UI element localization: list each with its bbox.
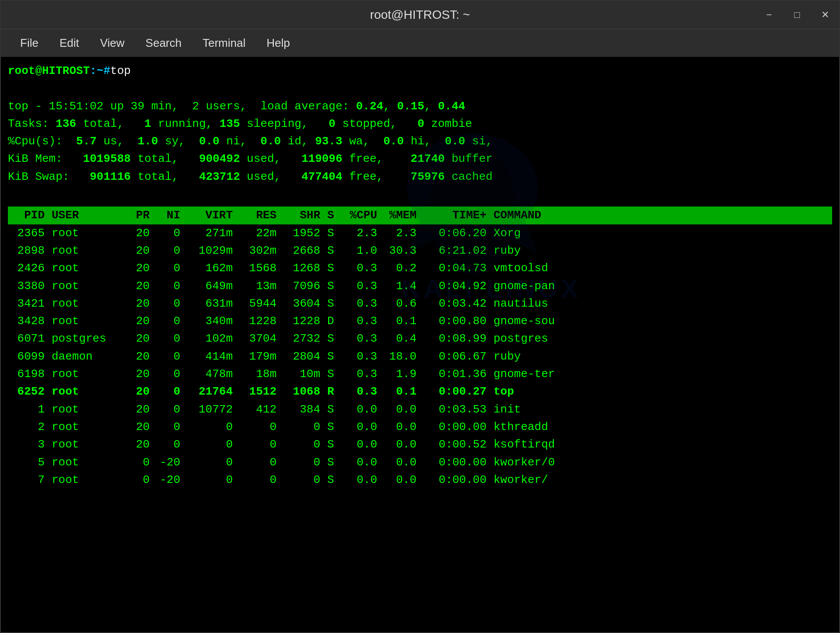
cell-mem: 0.0 [384,471,424,489]
menu-terminal[interactable]: Terminal [192,33,256,53]
cell-cpu: 0.0 [345,401,384,418]
cell-cpu: 0.3 [345,365,384,383]
cell-s: S [327,330,345,347]
cell-cpu: 0.3 [345,295,384,312]
cell-cpu: 0.0 [345,454,384,471]
minimize-button[interactable]: − [755,1,783,29]
cell-res: 1512 [240,383,284,400]
cell-user: root [52,436,126,453]
cell-res: 0 [240,418,284,436]
cell-mem: 0.0 [384,401,424,418]
cell-cpu: 2.3 [345,224,384,242]
cell-pr: 0 [126,471,157,489]
table-row: 7 root 0 -20 0 0 0 S 0.0 0.0 0:00.00 kwo… [8,471,832,489]
cell-ni: 0 [157,277,187,295]
cell-time: 0:00.80 [424,312,494,330]
cell-shr: 384 [284,401,327,418]
cell-time: 0:00.52 [424,436,494,453]
cell-user: root [52,242,126,259]
cell-ni: 0 [157,436,187,453]
maximize-button[interactable]: □ [783,1,811,29]
cell-virt: 0 [187,418,240,436]
col-header-mem: %MEM [384,206,424,224]
terminal-body[interactable]: KALI LINUX root@HITROST:~# top top - 15:… [1,57,839,632]
cell-cmd: kthreadd [494,418,832,436]
cell-user: root [52,224,126,242]
cell-mem: 0.0 [384,454,424,471]
cell-cpu: 1.0 [345,242,384,259]
title-bar: root@HITROST: ~ − □ ✕ [1,1,839,29]
close-button[interactable]: ✕ [811,1,839,29]
cell-shr: 1952 [284,224,327,242]
cell-s: S [327,436,345,453]
menu-help[interactable]: Help [256,33,300,53]
cell-mem: 0.6 [384,295,424,312]
stat-line-3: %Cpu(s): 5.7 us, 1.0 sy, 0.0 ni, 0.0 id,… [8,133,832,150]
cell-virt: 0 [187,436,240,453]
cell-virt: 102m [187,330,240,347]
cell-ni: 0 [157,312,187,330]
cell-cmd: postgres [494,330,832,347]
menu-edit[interactable]: Edit [49,33,90,53]
cell-virt: 162m [187,259,240,277]
cell-pid: 2365 [8,224,52,242]
cell-cmd: gnome-pan [494,277,832,295]
cell-ni: 0 [157,330,187,347]
table-row: 6071 postgres 20 0 102m 3704 2732 S 0.3 … [8,330,832,347]
table-row: 6198 root 20 0 478m 18m 10m S 0.3 1.9 0:… [8,365,832,383]
cell-user: root [52,471,126,489]
window-title: root@HITROST: ~ [85,8,755,22]
cell-pid: 6099 [8,348,52,365]
col-header-virt: VIRT [187,206,240,224]
cell-s: S [327,224,345,242]
cell-mem: 18.0 [384,348,424,365]
cell-pr: 20 [126,330,157,347]
cell-mem: 1.4 [384,277,424,295]
cell-pr: 20 [126,295,157,312]
cell-cmd: vmtoolsd [494,259,832,277]
process-table: 2365 root 20 0 271m 22m 1952 S 2.3 2.3 0… [8,224,832,489]
cell-shr: 1228 [284,312,327,330]
cell-cpu: 0.3 [345,330,384,347]
cell-res: 18m [240,365,284,383]
menu-search[interactable]: Search [135,33,192,53]
prompt-path: :~# [90,62,110,80]
col-header-time: TIME+ [424,206,494,224]
cell-user: root [52,365,126,383]
cell-cmd: ksoftirqd [494,436,832,453]
table-row: 2365 root 20 0 271m 22m 1952 S 2.3 2.3 0… [8,224,832,242]
cell-cmd: top [494,383,832,400]
prompt-user: root@HITROST [8,62,90,80]
cell-ni: 0 [157,348,187,365]
cell-time: 6:21.02 [424,242,494,259]
cell-user: root [52,277,126,295]
cell-pid: 3380 [8,277,52,295]
col-header-cpu: %CPU [345,206,384,224]
cell-res: 0 [240,436,284,453]
terminal-window: root@HITROST: ~ − □ ✕ File Edit View Sea… [0,0,840,633]
cell-mem: 0.1 [384,312,424,330]
window-controls: − □ ✕ [755,1,839,29]
table-row: 3421 root 20 0 631m 5944 3604 S 0.3 0.6 … [8,295,832,312]
cell-time: 0:03.42 [424,295,494,312]
col-header-pr: PR [126,206,157,224]
cell-cpu: 0.0 [345,471,384,489]
cell-time: 0:04.92 [424,277,494,295]
cell-pr: 20 [126,259,157,277]
cell-s: S [327,242,345,259]
cell-pid: 3 [8,436,52,453]
cell-virt: 0 [187,471,240,489]
cell-time: 0:04.73 [424,259,494,277]
cell-cmd: init [494,401,832,418]
cell-cmd: ruby [494,348,832,365]
cell-res: 5944 [240,295,284,312]
cell-shr: 2732 [284,330,327,347]
cell-pr: 20 [126,277,157,295]
cell-s: S [327,295,345,312]
cell-pr: 20 [126,383,157,400]
cell-pr: 20 [126,224,157,242]
cell-res: 179m [240,348,284,365]
menu-file[interactable]: File [10,33,49,53]
menu-view[interactable]: View [90,33,135,53]
cell-shr: 0 [284,454,327,471]
